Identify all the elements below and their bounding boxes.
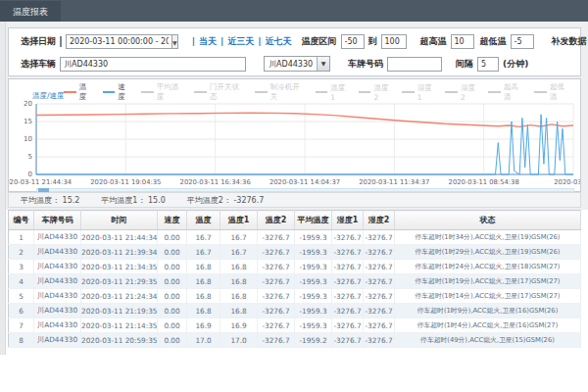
table-cell: 停车超时(1时24分),ACC熄火,卫星(18)GSM(27) (395, 260, 581, 274)
table-cell: -3276.7 (364, 260, 395, 274)
low-temp-input[interactable] (511, 34, 534, 49)
legend-item-湿度1[interactable]: 湿度1 (402, 83, 436, 102)
y-axis-tick-label: 15 (9, 118, 32, 125)
plate-number-input[interactable] (387, 57, 442, 72)
tab-temperature-report[interactable]: 温度报表 (0, 1, 61, 23)
table-cell: -3276.7 (332, 333, 364, 348)
table-cell: 5 (9, 289, 34, 304)
legend-item-速度[interactable]: 速度 (103, 82, 133, 102)
table-cell: 2020-03-11 20:59:35 (81, 333, 158, 348)
table-row[interactable]: 1川AD443302020-03-11 21:44:340.0016.716.7… (9, 230, 581, 245)
temp-range-max-input[interactable] (381, 34, 407, 49)
table-cell: 4 (9, 274, 34, 289)
vehicle-search-input[interactable] (60, 57, 246, 72)
column-header-平均温度: 平均温度 (295, 211, 332, 230)
table-cell: -1959.3 (295, 318, 332, 333)
table-cell: 0.00 (158, 333, 187, 348)
table-cell: -3276.7 (258, 274, 295, 289)
table-cell: 16.7 (220, 230, 258, 245)
table-row[interactable]: 5川AD443302020-03-11 21:24:340.0016.816.8… (9, 289, 581, 304)
table-row[interactable]: 7川AD443302020-03-11 21:14:350.0016.916.9… (9, 318, 581, 333)
column-header-编号: 编号 (9, 211, 34, 230)
table-cell: 川AD44330 (34, 260, 81, 274)
quick-link-近七天[interactable]: 近七天 (266, 35, 292, 48)
quick-link-当天[interactable]: 当天 (199, 35, 217, 48)
legend-item-制冷机开关[interactable]: 制冷机开关 (255, 82, 307, 102)
link-separator: | (192, 36, 195, 46)
vehicle-select[interactable]: 川AD44330 ▼ (264, 56, 330, 72)
column-header-状态: 状态 (395, 211, 581, 230)
legend-label: 制冷机开关 (270, 82, 307, 102)
table-row[interactable]: 3川AD443302020-03-11 21:34:350.0016.816.8… (9, 260, 581, 274)
table-cell: -3276.7 (364, 289, 395, 304)
table-cell: -1959.3 (295, 260, 332, 274)
interval-label: 间隔 (456, 58, 473, 71)
legend-item-超低温[interactable]: 超低温 (534, 82, 571, 102)
table-cell: 17.0 (187, 333, 220, 348)
legend-marker-icon (103, 91, 116, 93)
table-cell: 停车超时(1时9分),ACC熄火,卫星(16)GSM(26) (395, 304, 581, 318)
legend-item-平均温度[interactable]: 平均温度 (141, 82, 185, 102)
table-cell: 0.00 (158, 318, 187, 333)
legend-marker-icon (445, 91, 458, 93)
temp-range-min-input[interactable] (341, 34, 365, 49)
table-cell: -1959.3 (295, 304, 332, 318)
legend-item-温度1[interactable]: 温度1 (316, 83, 350, 102)
table-cell: -3276.7 (332, 260, 364, 274)
y-axis-tick-label: 0 (9, 171, 32, 178)
x-axis-tick-label: 2020-03-11 14:04:37 (270, 178, 340, 186)
legend-item-超高温[interactable]: 超高温 (488, 82, 525, 102)
table-cell: 16.8 (220, 260, 258, 274)
legend-label: 温度2 (373, 83, 392, 102)
table-cell: 0.00 (158, 274, 187, 289)
table-row[interactable]: 8川AD443302020-03-11 20:59:350.0017.017.0… (9, 333, 581, 348)
table-cell: 16.7 (187, 230, 220, 245)
legend-item-温度2[interactable]: 温度2 (359, 83, 393, 102)
table-cell: 停车超时(1时19分),ACC熄火,卫星(17)GSM(27) (395, 274, 581, 289)
table-row[interactable]: 4川AD443302020-03-11 21:29:350.0016.816.8… (9, 274, 581, 289)
table-cell: 川AD44330 (34, 245, 81, 260)
table-cell: 川AD44330 (34, 230, 81, 245)
table-cell: 2 (9, 245, 34, 260)
quick-link-近三天[interactable]: 近三天 (227, 35, 254, 48)
column-header-车牌号码: 车牌号码 (34, 211, 81, 230)
x-axis-tick-label: 2020-03-11 19:04:35 (90, 178, 161, 186)
link-separator: | (258, 36, 261, 46)
legend-label: 温度1 (330, 83, 349, 102)
table-cell: -3276.7 (332, 304, 364, 318)
table-row[interactable]: 6川AD443302020-03-11 21:19:350.0016.816.8… (9, 304, 581, 318)
table-cell: 3 (9, 260, 34, 274)
high-temp-input[interactable] (451, 34, 474, 49)
legend-label: 温度 (79, 82, 94, 102)
table-cell: 0.00 (158, 245, 187, 260)
legend-marker-icon (64, 91, 76, 93)
table-cell: -3276.7 (364, 304, 395, 318)
table-cell: -3276.7 (364, 245, 395, 260)
table-cell: 2020-03-11 21:19:35 (81, 304, 158, 318)
date-dropdown-arrow-icon[interactable]: ▼ (172, 34, 178, 49)
x-axis-tick-label: 2020-03-11 (554, 178, 580, 186)
legend-marker-icon (141, 91, 154, 93)
table-row[interactable]: 2川AD443302020-03-11 21:39:340.0016.716.7… (9, 245, 581, 260)
legend-item-门开关状态[interactable]: 门开关状态 (194, 82, 246, 102)
legend-item-温度[interactable]: 温度 (64, 82, 94, 102)
interval-input[interactable] (477, 57, 499, 72)
x-axis-tick-label: 2020-03-11 11:34:37 (359, 178, 429, 186)
legend-marker-icon (488, 91, 501, 93)
column-header-温度: 温度 (187, 211, 220, 230)
legend-item-湿度2[interactable]: 湿度2 (445, 83, 479, 102)
table-cell: 16.7 (187, 245, 220, 260)
temperature-speed-chart (9, 100, 580, 178)
table-cell: 川AD44330 (34, 289, 81, 304)
select-vehicle-label: 选择车辆 (21, 58, 56, 71)
table-cell: 川AD44330 (34, 318, 81, 333)
legend-label: 湿度1 (417, 83, 436, 102)
date-range-input[interactable] (66, 34, 172, 49)
legend-marker-icon (402, 91, 415, 93)
table-cell: 川AD44330 (34, 304, 81, 318)
column-header-温度2: 温度2 (258, 211, 295, 230)
table-cell: 2020-03-11 21:29:35 (81, 274, 158, 289)
low-temp-label: 超低温 (480, 35, 507, 48)
table-cell: 17.0 (220, 333, 258, 348)
table-cell: 16.8 (187, 260, 220, 274)
